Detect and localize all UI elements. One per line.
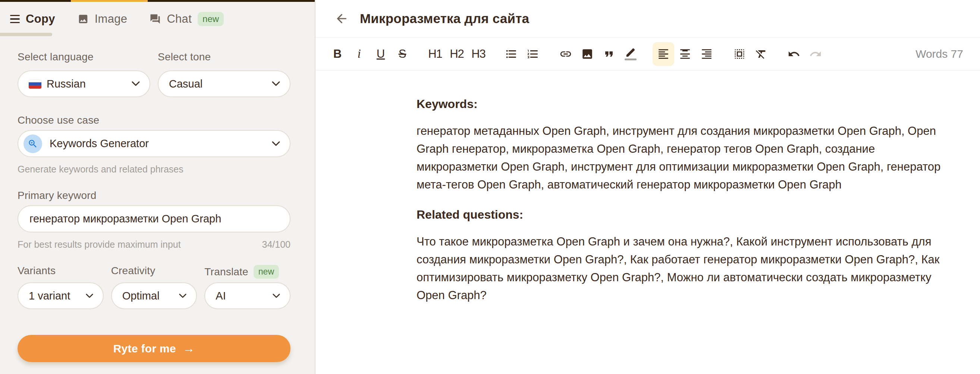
sidebar-panel: Copy Image Chat new Select language (0, 0, 315, 374)
ryte-for-me-label: Ryte for me (113, 342, 176, 355)
tab-chat[interactable]: Chat new (150, 12, 224, 26)
bold-button[interactable]: B (327, 42, 348, 66)
insert-image-icon (581, 48, 593, 60)
related-questions-heading: Related questions: (417, 208, 958, 222)
back-button[interactable] (334, 11, 348, 26)
bulleted-list-icon (505, 48, 518, 60)
menu-lines-icon (10, 15, 20, 24)
tab-copy[interactable]: Copy (10, 12, 55, 26)
link-button[interactable] (555, 42, 576, 66)
document-title: Микроразметка для сайта (360, 11, 529, 26)
tab-image[interactable]: Image (78, 12, 127, 26)
use-case-select[interactable]: Keywords Generator (18, 130, 291, 157)
formatting-toolbar: B i U S H1 H2 H3 (315, 38, 980, 70)
bulleted-list-button[interactable] (500, 42, 522, 66)
russia-flag-icon (29, 79, 41, 89)
language-value: Russian (47, 78, 128, 90)
align-left-icon (657, 48, 670, 60)
document-content[interactable]: Keywords: генератор метаданных Open Grap… (315, 70, 980, 374)
generator-form: Select language Select tone Russian Casu… (0, 51, 315, 362)
char-counter: 34/100 (262, 239, 291, 250)
numbered-list-button[interactable] (522, 42, 544, 66)
active-tab-indicator (0, 33, 52, 36)
use-case-label: Choose use case (18, 114, 291, 126)
tab-copy-label: Copy (26, 12, 55, 26)
heading1-button[interactable]: H1 (424, 42, 446, 66)
numbered-list-icon (527, 48, 539, 60)
translate-new-badge: new (254, 265, 279, 279)
chevron-down-icon (272, 81, 280, 86)
use-case-value: Keywords Generator (49, 138, 268, 150)
chat-icon (150, 13, 161, 25)
creativity-select[interactable]: Optimal (111, 282, 197, 309)
clear-formatting-button[interactable] (750, 42, 772, 66)
heading2-button[interactable]: H2 (446, 42, 468, 66)
arrow-right-icon: → (183, 342, 195, 355)
strikethrough-button[interactable]: S (391, 42, 413, 66)
tone-value: Casual (169, 78, 268, 90)
chevron-down-icon (86, 293, 93, 298)
blockquote-button[interactable] (598, 42, 620, 66)
translate-select[interactable]: AI (204, 282, 291, 309)
redo-icon (809, 48, 822, 60)
align-left-button[interactable] (652, 42, 674, 66)
align-center-button[interactable] (674, 42, 696, 66)
variants-select[interactable]: 1 variant (18, 282, 103, 309)
language-select[interactable]: Russian (18, 70, 150, 97)
chat-new-badge: new (198, 12, 224, 26)
related-questions-paragraph: Что такое микроразметка Open Graph и зач… (417, 233, 957, 304)
ryte-for-me-button[interactable]: Ryte for me → (18, 335, 291, 362)
blockquote-icon (603, 48, 615, 60)
chevron-down-icon (272, 141, 280, 146)
tab-image-label: Image (95, 12, 127, 26)
creativity-label: Creativity (111, 265, 197, 279)
select-all-icon (733, 48, 746, 60)
clear-formatting-icon (755, 48, 767, 60)
sidebar-tabs: Copy Image Chat new (0, 2, 315, 36)
insert-image-button[interactable] (576, 42, 598, 66)
tone-label: Select tone (158, 51, 291, 63)
chevron-down-icon (132, 81, 140, 86)
align-right-icon (700, 48, 713, 60)
arrow-left-icon (334, 11, 348, 26)
highlighter-button[interactable] (620, 42, 641, 66)
translate-value: AI (216, 290, 269, 302)
primary-keyword-input[interactable] (18, 205, 291, 233)
redo-button[interactable] (805, 42, 826, 66)
primary-keyword-helper-row: For best results provide maximum input 3… (18, 239, 291, 250)
underline-button[interactable]: U (370, 42, 391, 66)
app-window: Copy Image Chat new Select language (0, 0, 980, 374)
undo-button[interactable] (783, 42, 805, 66)
zoom-in-magnifier-icon (24, 135, 42, 153)
undo-icon (788, 48, 800, 60)
variants-label: Variants (18, 265, 103, 279)
editor-panel: Микроразметка для сайта B i U S H1 H2 H3 (315, 0, 980, 374)
primary-keyword-helper: For best results provide maximum input (18, 239, 181, 250)
image-icon (78, 13, 89, 25)
keywords-paragraph: генератор метаданных Open Graph, инструм… (417, 122, 957, 194)
chevron-down-icon (179, 293, 186, 298)
translate-label: Translate (204, 266, 248, 278)
heading3-button[interactable]: H3 (468, 42, 489, 66)
variants-value: 1 variant (29, 290, 82, 302)
primary-keyword-label: Primary keyword (18, 190, 291, 201)
use-case-helper: Generate keywords and related phrases (18, 164, 291, 175)
tab-chat-label: Chat (167, 12, 192, 26)
link-icon (559, 48, 572, 60)
italic-button[interactable]: i (348, 42, 370, 66)
tone-select[interactable]: Casual (158, 70, 291, 97)
align-right-button[interactable] (696, 42, 718, 66)
select-all-button[interactable] (729, 42, 750, 66)
keywords-heading: Keywords: (417, 97, 958, 111)
chevron-down-icon (273, 293, 280, 298)
word-count: Words 77 (915, 48, 963, 60)
align-center-icon (679, 48, 691, 60)
highlighter-pen-icon (625, 48, 636, 60)
creativity-value: Optimal (123, 290, 176, 302)
document-titlebar: Микроразметка для сайта (315, 0, 980, 38)
language-label: Select language (18, 51, 150, 63)
